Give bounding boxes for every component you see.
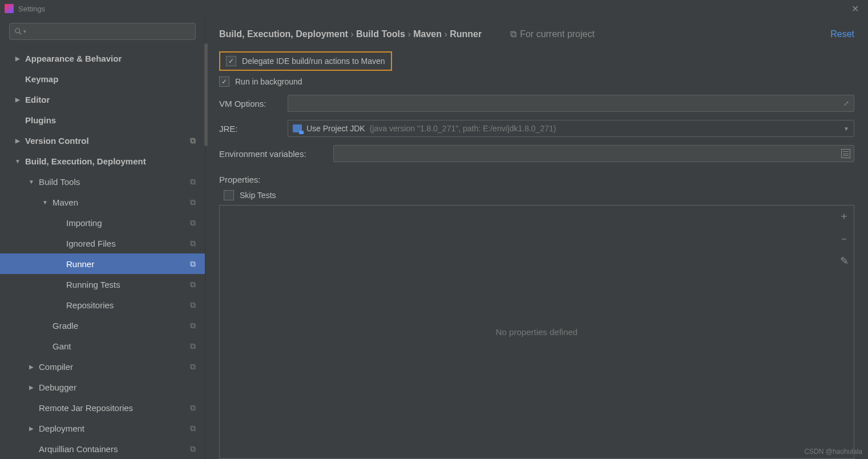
tree-item[interactable]: Running Tests⧉ [0, 274, 205, 295]
tree-item-label: Version Control [25, 136, 190, 146]
breadcrumb: Build, Execution, Deployment › Build Too… [219, 17, 854, 51]
list-icon[interactable] [841, 149, 850, 158]
project-scope-icon: ⧉ [190, 424, 196, 433]
tree-item-label: Editor [25, 95, 196, 104]
skip-tests-label: Skip Tests [240, 191, 276, 200]
project-scope-icon: ⧉ [190, 198, 196, 207]
delegate-checkbox[interactable]: ✓ [226, 56, 236, 66]
tree-item[interactable]: Gradle⧉ [0, 315, 205, 336]
project-scope-icon: ⧉ [190, 239, 196, 248]
caret-right-icon[interactable]: ▶ [27, 425, 35, 432]
project-scope-icon: ⧉ [190, 362, 196, 372]
run-background-checkbox[interactable]: ✓ [219, 76, 229, 87]
vm-options-label: VM Options: [219, 99, 288, 108]
settings-tree: ▶Appearance & BehaviorKeymap▶EditorPlugi… [0, 46, 205, 459]
tree-item[interactable]: ▼Build, Execution, Deployment [0, 151, 205, 171]
caret-right-icon[interactable]: ▶ [14, 96, 22, 103]
tree-item-label: Debugger [39, 382, 196, 392]
watermark: CSDN @haohulala [804, 448, 862, 456]
copy-icon: ⧉ [510, 29, 516, 39]
project-scope-icon: ⧉ [190, 136, 196, 146]
caret-down-icon[interactable]: ▼ [41, 199, 49, 206]
skip-tests-checkbox[interactable] [224, 190, 234, 200]
jre-hint: (java version "1.8.0_271", path: E:/env/… [370, 124, 556, 133]
tree-item[interactable]: Repositories⧉ [0, 295, 205, 315]
add-property-button[interactable]: ＋ [838, 209, 850, 223]
project-scope-icon: ⧉ [190, 218, 196, 228]
tree-item[interactable]: ▼Maven⧉ [0, 192, 205, 212]
jre-dropdown[interactable]: Use Project JDK (java version "1.8.0_271… [288, 120, 854, 137]
project-scope-icon: ⧉ [190, 403, 196, 413]
tree-item[interactable]: ▶Appearance & Behavior [0, 48, 205, 69]
caret-down-icon[interactable]: ▼ [14, 158, 22, 164]
reset-link[interactable]: Reset [830, 29, 854, 39]
tree-item[interactable]: Ignored Files⧉ [0, 233, 205, 253]
app-logo-icon [5, 4, 14, 13]
tree-item[interactable]: Remote Jar Repositories⧉ [0, 397, 205, 418]
svg-point-0 [15, 29, 20, 33]
tree-item[interactable]: Keymap [0, 69, 205, 89]
close-icon[interactable]: ✕ [847, 3, 863, 14]
tree-item[interactable]: Importing⧉ [0, 212, 205, 233]
settings-sidebar: ▾ ▶Appearance & BehaviorKeymap▶EditorPlu… [0, 17, 205, 459]
properties-panel: No properties defined ＋ － ✎ [219, 205, 854, 459]
tree-item-label: Gant [53, 341, 190, 351]
tree-item-label: Maven [53, 198, 190, 207]
breadcrumb-separator: › [348, 29, 356, 39]
env-vars-input[interactable] [333, 145, 854, 162]
caret-right-icon[interactable]: ▶ [27, 384, 35, 390]
delegate-label: Delegate IDE build/run actions to Maven [242, 57, 385, 66]
sidebar-scrollbar[interactable] [204, 43, 208, 146]
tree-item[interactable]: Arquillian Containers⧉ [0, 438, 205, 459]
breadcrumb-separator: › [442, 29, 450, 39]
breadcrumb-item[interactable]: Runner [450, 29, 482, 39]
edit-property-button[interactable]: ✎ [838, 255, 850, 267]
tree-item-label: Gradle [53, 321, 190, 331]
tree-item[interactable]: ▶Debugger [0, 377, 205, 397]
tree-item-label: Build Tools [39, 177, 190, 187]
delegate-checkbox-highlight: ✓ Delegate IDE build/run actions to Mave… [219, 51, 392, 71]
titlebar: Settings ✕ [0, 0, 868, 17]
project-scope-icon: ⧉ [190, 321, 196, 331]
for-project-badge: ⧉ For current project [510, 29, 595, 39]
tree-item[interactable]: Plugins [0, 110, 205, 130]
tree-item-label: Ignored Files [66, 239, 190, 248]
breadcrumb-item[interactable]: Build Tools [356, 29, 405, 39]
project-scope-icon: ⧉ [190, 300, 196, 310]
tree-item-label: Runner [66, 259, 190, 269]
remove-property-button[interactable]: － [838, 232, 850, 245]
tree-item-label: Appearance & Behavior [25, 54, 196, 63]
chevron-down-icon: ▼ [843, 126, 849, 132]
caret-right-icon[interactable]: ▶ [27, 364, 35, 370]
tree-item-label: Compiler [39, 362, 190, 372]
tree-item[interactable]: ▶Deployment⧉ [0, 418, 205, 438]
tree-item[interactable]: Gant⧉ [0, 336, 205, 356]
vm-options-input[interactable]: ⤢ [288, 95, 854, 112]
caret-right-icon[interactable]: ▶ [14, 138, 22, 144]
tree-item-label: Keymap [25, 74, 196, 84]
caret-right-icon[interactable]: ▶ [14, 55, 22, 62]
tree-item-label: Remote Jar Repositories [39, 403, 190, 413]
properties-label: Properties: [219, 175, 854, 184]
project-scope-icon: ⧉ [190, 259, 196, 269]
tree-item[interactable]: ▶Editor [0, 89, 205, 110]
breadcrumb-item[interactable]: Maven [413, 29, 442, 39]
caret-down-icon[interactable]: ▼ [27, 179, 35, 185]
jre-label: JRE: [219, 124, 288, 134]
expand-icon[interactable]: ⤢ [843, 99, 849, 107]
breadcrumb-item[interactable]: Build, Execution, Deployment [219, 29, 348, 39]
properties-placeholder: No properties defined [496, 327, 578, 337]
project-scope-icon: ⧉ [190, 280, 196, 289]
env-vars-label: Environment variables: [219, 149, 333, 159]
tree-item[interactable]: ▶Version Control⧉ [0, 130, 205, 151]
tree-item-label: Running Tests [66, 280, 190, 289]
search-icon [14, 27, 22, 35]
tree-item[interactable]: ▼Build Tools⧉ [0, 171, 205, 192]
tree-item-label: Repositories [66, 300, 190, 310]
tree-item[interactable]: ▶Compiler⧉ [0, 356, 205, 377]
tree-item[interactable]: Runner⧉ [0, 253, 205, 274]
window-title: Settings [18, 5, 45, 13]
jre-value: Use Project JDK [306, 124, 365, 133]
search-input[interactable]: ▾ [9, 23, 196, 40]
svg-line-1 [19, 33, 22, 35]
